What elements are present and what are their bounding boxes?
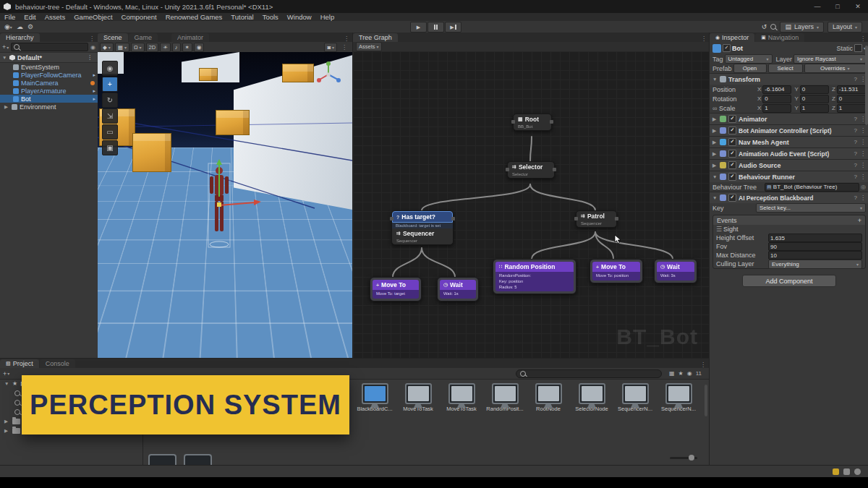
bt-node-random-position[interactable]: ∷Random Position RandomPosition: Key: po… <box>493 259 576 294</box>
kebab-icon[interactable]: ⋮ <box>860 150 866 157</box>
zoom-slider-knob[interactable] <box>689 455 694 461</box>
height-offset-field[interactable]: 1.635 <box>768 234 862 242</box>
bt-node-move-to-position[interactable]: +Move To Move To: position <box>590 259 643 283</box>
component-transform[interactable]: ▼ Transform ?⋮ <box>710 73 868 85</box>
hierarchy-search-input[interactable] <box>11 43 88 51</box>
crate-box[interactable] <box>132 133 171 172</box>
fold-arrow-icon[interactable]: ▶ <box>712 128 718 134</box>
hidden-packages-icon[interactable]: ◉ <box>687 370 692 377</box>
bt-node-has-target-sequencer[interactable]: ?Has target? Blackboard: target is set ⇉… <box>391 210 454 245</box>
component-audio-source[interactable]: ▶ ✓ Audio Source ?⋮ <box>710 159 868 171</box>
rotation-x-field[interactable]: 0 <box>762 95 791 103</box>
tree-graph-menu-icon[interactable]: ⋮ <box>698 35 710 42</box>
search-icon[interactable] <box>770 24 776 30</box>
menu-window[interactable]: Window <box>283 13 316 21</box>
inspector-menu-icon[interactable]: ⋮ <box>857 35 868 42</box>
help-icon[interactable]: ? <box>854 116 857 122</box>
bt-node-root[interactable]: ▦Root BB_Bot <box>513 114 552 131</box>
tab-console[interactable]: Console <box>40 359 75 368</box>
component-ai-perception-blackboard[interactable]: ▼ ✓ AI Perception Blackboard ?⋮ <box>710 192 868 203</box>
tab-hierarchy[interactable]: Hierarchy <box>0 33 40 42</box>
hierarchy-item-playerarmature[interactable]: PlayerArmature ▸ <box>0 87 98 95</box>
lighting-icon[interactable]: ☀ <box>160 43 171 52</box>
asset-sequencernode-2[interactable]: SequencerN... <box>658 383 699 412</box>
project-add-button[interactable]: +▾ <box>3 370 9 377</box>
grid-dropdown[interactable]: ▦▾ <box>115 43 129 52</box>
hierarchy-filter-icon[interactable]: ◉ <box>90 44 95 51</box>
account-icon[interactable]: ◉▾ <box>4 23 12 30</box>
asset-icon[interactable] <box>184 454 212 466</box>
scene-menu-icon[interactable]: ⋮ <box>84 54 95 61</box>
fold-arrow-icon[interactable]: ▶ <box>4 104 9 110</box>
fov-field[interactable]: 90 <box>768 242 862 251</box>
inspector-scrollbar[interactable] <box>865 46 868 125</box>
position-x-field[interactable]: -6.1604 <box>762 85 791 94</box>
bt-node-wait-2[interactable]: ◷Wait Wait: 3s <box>654 259 697 283</box>
add-event-button[interactable]: + <box>858 217 861 224</box>
snap-dropdown[interactable]: Ω▾ <box>131 43 145 52</box>
tab-navigation[interactable]: ▣Navigation <box>755 33 804 42</box>
add-component-button[interactable]: Add Component <box>742 275 836 287</box>
menu-file[interactable]: File <box>0 13 20 21</box>
hierarchy-item-playerfollowcamera[interactable]: PlayerFollowCamera ▸ <box>0 71 98 79</box>
kebab-icon[interactable]: ⋮ <box>860 127 866 134</box>
gameobject-name[interactable]: Bot <box>732 45 743 52</box>
layer-dropdown[interactable]: Ignore Raycast▾ <box>793 54 866 64</box>
open-prefab-chevron-icon[interactable]: ▸ <box>93 72 95 78</box>
enabled-checkbox[interactable]: ✓ <box>728 127 736 134</box>
fold-arrow-icon[interactable]: ▼ <box>712 174 718 179</box>
menu-tools[interactable]: Tools <box>258 13 283 21</box>
scale-y-field[interactable]: 1 <box>800 104 829 113</box>
help-icon[interactable]: ? <box>854 174 857 180</box>
project-scrollbar[interactable] <box>705 385 707 416</box>
asset-movetotask-1[interactable]: MoveToTask <box>397 383 439 412</box>
minimize-button[interactable]: — <box>807 0 827 13</box>
bt-node-selector[interactable]: ⇉Selector Selector <box>507 161 555 179</box>
services-gear-icon[interactable]: ⚙ <box>27 23 33 30</box>
tag-dropdown[interactable]: Untagged▾ <box>725 54 773 64</box>
tool-handle-dropdown[interactable]: ◆▾ <box>100 43 114 52</box>
kebab-icon[interactable]: ⋮ <box>860 139 866 145</box>
tab-scene[interactable]: Scene <box>98 33 128 42</box>
tab-inspector[interactable]: ◉Inspector <box>710 33 754 42</box>
enabled-checkbox[interactable]: ✓ <box>728 161 736 169</box>
move-tool[interactable]: + <box>102 77 118 92</box>
scale-x-field[interactable]: 1 <box>762 104 791 113</box>
object-picker-icon[interactable]: ◎ <box>861 184 866 190</box>
camera-settings-dropdown[interactable]: ◙▾ <box>324 43 337 52</box>
view-tool[interactable]: ◉ <box>102 61 118 76</box>
enabled-checkbox[interactable]: ✓ <box>728 194 736 202</box>
key-dropdown[interactable]: Select key...▾ <box>756 203 866 213</box>
enabled-checkbox[interactable]: ✓ <box>728 150 736 158</box>
help-icon[interactable]: ? <box>854 194 857 201</box>
menu-gameobject[interactable]: GameObject <box>69 13 116 21</box>
kebab-icon[interactable]: ⋮ <box>860 174 866 180</box>
help-icon[interactable]: ? <box>854 139 857 145</box>
undo-history-icon[interactable]: ↺ <box>762 23 767 30</box>
hierarchy-item-environment[interactable]: ▶ Environment <box>0 103 98 111</box>
kebab-icon[interactable]: ⋮ <box>860 194 866 201</box>
tab-game[interactable]: Game <box>129 33 158 42</box>
component-animator[interactable]: ▶ ✓ Animator ?⋮ <box>710 113 868 124</box>
console-status-icon[interactable] <box>843 468 850 475</box>
play-button[interactable]: ▶ <box>410 22 427 33</box>
tree-graph-canvas[interactable]: ▦Root BB_Bot ⇉Selector Selector ?Has tar… <box>353 51 710 358</box>
scene-row[interactable]: ▼ Default* ⋮ <box>0 52 98 63</box>
menu-edit[interactable]: Edit <box>20 13 40 21</box>
crate-box[interactable] <box>199 68 218 81</box>
menu-help[interactable]: Help <box>316 13 339 21</box>
event-sight-label[interactable]: Sight <box>723 226 739 233</box>
asset-zoom-slider[interactable] <box>670 457 697 459</box>
fold-arrow-icon[interactable]: ▶ <box>712 151 718 157</box>
tab-animator[interactable]: Animator <box>171 33 209 42</box>
rotation-y-field[interactable]: 0 <box>800 95 829 103</box>
project-menu-icon[interactable]: ⋮ <box>697 361 709 368</box>
fold-arrow-icon[interactable]: ▶ <box>712 140 718 145</box>
hierarchy-item-eventsystem[interactable]: EventSystem <box>0 63 98 71</box>
visibility-icon[interactable]: ◉ <box>194 43 205 52</box>
fold-arrow-icon[interactable]: ▼ <box>712 77 718 82</box>
tab-project[interactable]: ▧Project <box>0 359 39 368</box>
effects-icon[interactable]: ✶ <box>182 43 192 52</box>
search-by-type-icon[interactable]: ▦ <box>669 370 675 377</box>
menu-tutorial[interactable]: Tutorial <box>226 13 258 21</box>
